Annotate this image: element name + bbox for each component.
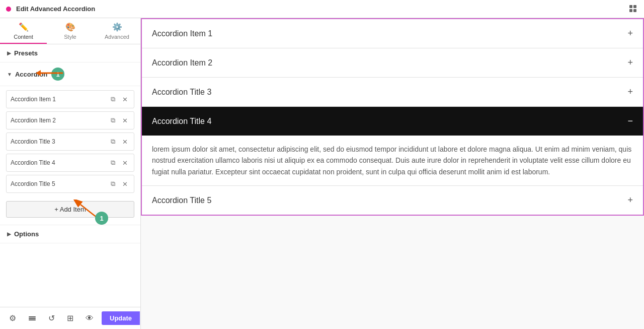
- history-icon-button[interactable]: ↺: [44, 311, 59, 325]
- accordion-title-1: Accordion Item 1: [152, 29, 212, 38]
- accordion-item-3: Accordion Title 3 +: [142, 78, 643, 107]
- presets-label: Presets: [14, 49, 38, 57]
- tab-style[interactable]: 🎨 Style: [47, 18, 94, 44]
- delete-item-button[interactable]: ✕: [120, 115, 130, 125]
- grid-icon[interactable]: [629, 5, 638, 14]
- accordion-title-2: Accordion Item 2: [152, 58, 212, 68]
- accordion-toggle-4: −: [627, 116, 633, 126]
- options-section: ▶ Options: [0, 225, 140, 243]
- content-tab-icon: ✏️: [19, 22, 29, 32]
- svg-rect-5: [29, 316, 36, 317]
- add-item-button[interactable]: + Add Item: [6, 201, 134, 218]
- sidebar-tabs: ✏️ Content 🎨 Style ⚙️ Advanced: [0, 18, 140, 44]
- list-item-label: Accordion Title 3: [11, 138, 109, 145]
- tab-content-label: Content: [14, 34, 33, 40]
- settings-icon-button[interactable]: ⚙: [5, 311, 20, 325]
- top-bar: Edit Advanced Accordion: [0, 0, 644, 18]
- presets-section-header[interactable]: ▶ Presets: [0, 44, 140, 62]
- accordion-section: ▼ Accordion 1 Accordion Item 1 ⧉: [0, 62, 140, 225]
- accordion-section-header[interactable]: ▼ Accordion 1: [0, 62, 140, 86]
- update-button[interactable]: Update: [102, 311, 140, 325]
- main-layout: ✏️ Content 🎨 Style ⚙️ Advanced ▶ Presets: [0, 18, 644, 329]
- accordion-toggle-2: +: [627, 57, 633, 68]
- list-item: Accordion Item 1 ⧉ ✕: [6, 90, 134, 108]
- copy-item-button[interactable]: ⧉: [109, 137, 117, 147]
- item-actions: ⧉ ✕: [109, 94, 130, 104]
- copy-item-button[interactable]: ⧉: [109, 94, 117, 104]
- content-accordion: Accordion Item 1 + Accordion Item 2 + Ac…: [141, 18, 644, 216]
- accordion-item-2: Accordion Item 2 +: [142, 48, 643, 78]
- bottom-toolbar: ⚙ ↺ ⊞ 👁 Update ▲: [0, 307, 140, 329]
- svg-rect-2: [629, 9, 632, 12]
- accordion-item-4: Accordion Title 4 − lorem ipsum dolor si…: [142, 107, 643, 186]
- accordion-body-text-4: lorem ipsum dolor sit amet, consectetur …: [152, 144, 633, 177]
- options-arrow-icon: ▶: [7, 231, 11, 237]
- advanced-tab-icon: ⚙️: [112, 22, 122, 32]
- list-item: Accordion Item 2 ⧉ ✕: [6, 111, 134, 129]
- accordion-toggle-1: +: [627, 28, 633, 39]
- presets-arrow-icon: ▶: [7, 50, 11, 56]
- accordion-title-3: Accordion Title 3: [152, 88, 211, 97]
- accordion-header-1[interactable]: Accordion Item 1 +: [142, 19, 643, 48]
- copy-item-button[interactable]: ⧉: [109, 179, 117, 189]
- sidebar: ✏️ Content 🎨 Style ⚙️ Advanced ▶ Presets: [0, 18, 141, 329]
- svg-rect-0: [629, 5, 632, 8]
- svg-rect-7: [29, 319, 36, 320]
- accordion-collapse-icon: ▼: [7, 72, 12, 77]
- svg-rect-3: [633, 9, 636, 12]
- svg-rect-6: [29, 318, 36, 319]
- list-item-label: Accordion Title 5: [11, 180, 109, 187]
- accordion-item-1: Accordion Item 1 +: [142, 19, 643, 48]
- options-section-header[interactable]: ▶ Options: [0, 225, 140, 243]
- accordion-header-4[interactable]: Accordion Title 4 −: [142, 107, 643, 136]
- accordion-toggle-3: +: [627, 87, 633, 97]
- accordion-title-5: Accordion Title 5: [152, 196, 211, 205]
- svg-rect-1: [633, 5, 636, 8]
- style-tab-icon: 🎨: [65, 22, 75, 32]
- delete-item-button[interactable]: ✕: [120, 94, 130, 104]
- options-label: Options: [14, 230, 39, 238]
- item-actions: ⧉ ✕: [109, 137, 130, 147]
- page-title: Edit Advanced Accordion: [16, 5, 95, 13]
- tab-style-label: Style: [64, 34, 76, 40]
- accordion-annotation-badge: 1: [51, 68, 64, 81]
- delete-item-button[interactable]: ✕: [120, 137, 130, 147]
- accordion-header-2[interactable]: Accordion Item 2 +: [142, 48, 643, 77]
- copy-item-button[interactable]: ⧉: [109, 115, 117, 125]
- layers-icon-button[interactable]: [24, 312, 40, 324]
- item-actions: ⧉ ✕: [109, 179, 130, 189]
- delete-item-button[interactable]: ✕: [120, 179, 130, 189]
- list-item-label: Accordion Item 2: [11, 117, 109, 124]
- list-item: Accordion Title 4 ⧉ ✕: [6, 154, 134, 172]
- accordion-body-4: lorem ipsum dolor sit amet, consectetur …: [142, 136, 643, 185]
- tab-advanced[interactable]: ⚙️ Advanced: [94, 18, 140, 44]
- item-actions: ⧉ ✕: [109, 158, 130, 168]
- content-area: Accordion Item 1 + Accordion Item 2 + Ac…: [141, 18, 644, 329]
- list-item: Accordion Title 5 ⧉ ✕: [6, 175, 134, 193]
- eye-icon-button[interactable]: 👁: [82, 312, 98, 325]
- list-item-label: Accordion Item 1: [11, 96, 109, 103]
- template-icon-button[interactable]: ⊞: [63, 311, 77, 325]
- accordion-title-4: Accordion Title 4: [152, 117, 211, 126]
- copy-item-button[interactable]: ⧉: [109, 158, 117, 168]
- accordion-section-label: Accordion: [15, 71, 47, 78]
- add-item-label: + Add Item: [54, 206, 86, 213]
- tab-content[interactable]: ✏️ Content: [0, 18, 47, 44]
- list-item: Accordion Title 3 ⧉ ✕: [6, 133, 134, 151]
- app-logo-dot: [6, 7, 11, 12]
- add-item-area: + Add Item: [0, 197, 140, 225]
- accordion-header-3[interactable]: Accordion Title 3 +: [142, 78, 643, 106]
- delete-item-button[interactable]: ✕: [120, 158, 130, 168]
- accordion-items-list: Accordion Item 1 ⧉ ✕ Accordion Item 2 ⧉ …: [0, 86, 140, 197]
- sidebar-content: ▶ Presets ▼ Accordion 1: [0, 44, 140, 307]
- list-item-label: Accordion Title 4: [11, 159, 109, 166]
- accordion-header-5[interactable]: Accordion Title 5 +: [142, 186, 643, 215]
- accordion-item-5: Accordion Title 5 +: [142, 186, 643, 215]
- accordion-toggle-5: +: [627, 195, 633, 206]
- item-actions: ⧉ ✕: [109, 115, 130, 125]
- tab-advanced-label: Advanced: [105, 34, 129, 40]
